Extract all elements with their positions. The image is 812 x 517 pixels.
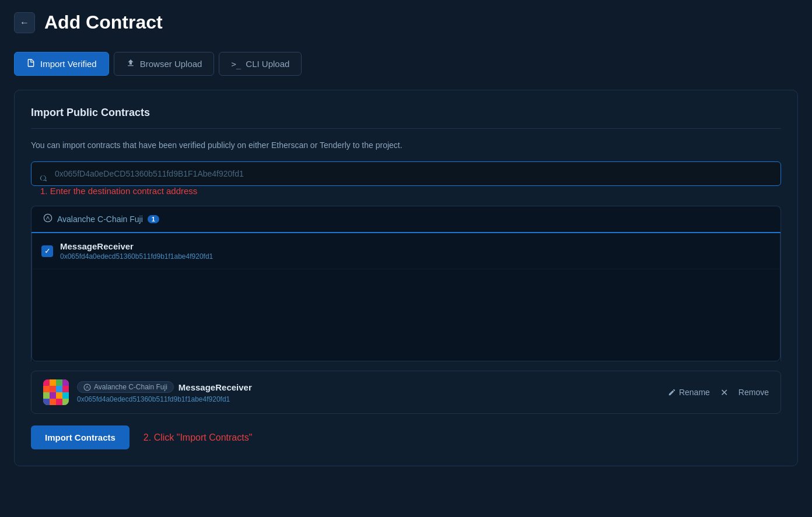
tab-bar: Import Verified Browser Upload >_ CLI Up…: [14, 52, 798, 76]
rename-label: Rename: [679, 388, 710, 397]
tab-cli-upload-label: CLI Upload: [246, 59, 289, 69]
selected-actions: Rename ✕ Remove: [668, 387, 769, 398]
svg-rect-16: [62, 399, 69, 405]
selected-chain-row: Avalanche C-Chain Fuji MessageReceiver: [77, 381, 660, 393]
action-divider: ✕: [720, 387, 728, 398]
selected-contract-addr: 0x065fd4a0edecd51360b511fd9b1f1abe4f920f…: [77, 395, 660, 403]
svg-rect-15: [56, 399, 62, 405]
chain-badge: Avalanche C-Chain Fuji: [77, 381, 174, 393]
cli-upload-icon: >_: [231, 59, 241, 69]
contract-name: MessageReceiver: [60, 241, 213, 251]
page-header: ← Add Contract: [14, 12, 798, 33]
avalanche-network-icon: [43, 213, 52, 225]
page-title: Add Contract: [44, 12, 163, 33]
search-wrapper: 1. Enter the destination contract addres…: [31, 161, 781, 196]
rename-button[interactable]: Rename: [668, 388, 710, 397]
svg-point-0: [44, 214, 51, 221]
tab-cli-upload[interactable]: >_ CLI Upload: [219, 52, 302, 76]
browser-upload-icon: [126, 58, 135, 69]
import-contracts-button[interactable]: Import Contracts: [31, 425, 130, 449]
selected-contract-name: MessageReceiver: [178, 382, 252, 392]
footer-row: Import Contracts 2. Click "Import Contra…: [31, 425, 781, 449]
contract-checkbox[interactable]: ✓: [41, 245, 53, 257]
network-tab-badge: 1: [148, 215, 159, 223]
svg-rect-5: [43, 386, 50, 392]
selected-contract-panel: Avalanche C-Chain Fuji MessageReceiver 0…: [31, 371, 781, 414]
contract-address: 0x065fd4a0edecd51360b511fd9b1f1abe4f920f…: [60, 252, 213, 261]
avatar: [43, 379, 69, 405]
back-button[interactable]: ←: [14, 12, 35, 33]
tab-browser-upload[interactable]: Browser Upload: [114, 52, 215, 76]
tab-import-verified-label: Import Verified: [40, 59, 97, 69]
remove-label: Remove: [738, 388, 769, 397]
svg-rect-4: [62, 379, 69, 386]
svg-rect-10: [50, 392, 56, 399]
contract-address-input[interactable]: [31, 161, 781, 186]
card-title: Import Public Contracts: [31, 107, 781, 129]
contracts-list: ✓ MessageReceiver 0x065fd4a0edecd51360b5…: [32, 233, 780, 361]
svg-rect-13: [43, 399, 50, 405]
svg-rect-6: [50, 386, 56, 392]
checkmark-icon: ✓: [44, 247, 51, 255]
tab-browser-upload-label: Browser Upload: [140, 59, 202, 69]
svg-point-17: [84, 384, 90, 391]
footer-hint: 2. Click "Import Contracts": [144, 432, 253, 443]
selected-contract-info: Avalanche C-Chain Fuji MessageReceiver 0…: [77, 381, 660, 403]
remove-button[interactable]: Remove: [738, 388, 769, 397]
card-description: You can import contracts that have been …: [31, 140, 781, 150]
network-tab-label: Avalanche C-Chain Fuji: [57, 214, 143, 224]
svg-rect-12: [62, 392, 69, 399]
network-tabs: Avalanche C-Chain Fuji 1 ✓ MessageReceiv…: [31, 206, 781, 361]
tab-import-verified[interactable]: Import Verified: [14, 52, 109, 76]
svg-rect-9: [43, 392, 50, 399]
network-tab-row: Avalanche C-Chain Fuji 1: [32, 206, 780, 233]
search-hint-text: 1. Enter the destination contract addres…: [40, 186, 197, 196]
selected-chain-label: Avalanche C-Chain Fuji: [94, 383, 167, 391]
svg-rect-7: [56, 386, 62, 392]
svg-rect-2: [50, 379, 56, 386]
import-verified-icon: [26, 58, 36, 69]
svg-rect-11: [56, 392, 62, 399]
contract-info: MessageReceiver 0x065fd4a0edecd51360b511…: [60, 241, 213, 261]
network-tab-avalanche[interactable]: Avalanche C-Chain Fuji 1: [41, 206, 162, 233]
svg-rect-14: [50, 399, 56, 405]
search-icon: [39, 174, 48, 184]
svg-rect-3: [56, 379, 62, 386]
svg-rect-1: [43, 379, 50, 386]
main-card: Import Public Contracts You can import c…: [14, 90, 798, 466]
table-row: ✓ MessageReceiver 0x065fd4a0edecd51360b5…: [32, 233, 780, 269]
svg-rect-8: [62, 386, 69, 392]
